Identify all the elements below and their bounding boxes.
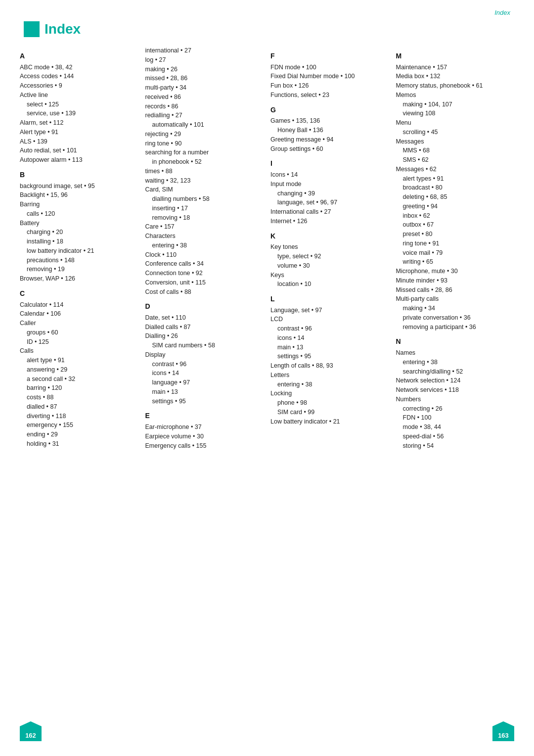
- index-entry: times • 88: [145, 167, 257, 176]
- index-entry: Minute minder • 93: [396, 276, 508, 285]
- index-entry: international • 27: [145, 46, 257, 55]
- page-header: Index: [0, 0, 534, 16]
- index-entry: settings • 95: [270, 352, 382, 361]
- title-square: [24, 21, 40, 37]
- index-entry: Active line: [20, 91, 132, 100]
- index-entry: viewing 108: [396, 109, 508, 118]
- index-entry: Calendar • 106: [20, 309, 132, 319]
- section-letter-G: G: [270, 105, 382, 116]
- index-entry: searching/dialling • 52: [396, 367, 508, 377]
- index-entry: Ear-microphone • 37: [145, 423, 257, 432]
- index-entry: outbox • 67: [396, 220, 508, 230]
- index-entry: Icons • 14: [270, 170, 382, 180]
- index-entry: Conversion, unit • 115: [145, 278, 257, 287]
- index-entry: waiting • 32, 123: [145, 176, 257, 186]
- index-entry: Battery: [20, 219, 132, 228]
- index-entry: alert type • 91: [20, 356, 132, 365]
- section-letter-F: F: [270, 51, 382, 62]
- index-entry: Backlight • 15, 96: [20, 190, 132, 200]
- index-entry: voice mail • 79: [396, 248, 508, 258]
- index-col-3: FFDN mode • 100Fixed Dial Number mode • …: [264, 46, 389, 450]
- index-entry: ID • 125: [20, 337, 132, 347]
- index-entry: Keys: [270, 271, 382, 280]
- index-entry: low battery indicator • 21: [20, 246, 132, 256]
- index-entry: Locking: [270, 389, 382, 398]
- index-entry: Missed calls • 28, 86: [396, 285, 508, 295]
- index-entry: inserting • 17: [145, 204, 257, 213]
- index-entry: Honey Ball • 136: [270, 126, 382, 135]
- page-title: Index: [44, 21, 81, 37]
- index-entry: Multi-party calls: [396, 294, 508, 304]
- index-col-1: AABC mode • 38, 42Access codes • 144Acce…: [20, 46, 138, 450]
- index-entry: location • 10: [270, 280, 382, 289]
- index-entry: Fun box • 126: [270, 81, 382, 91]
- index-entry: redialling • 27: [145, 111, 257, 120]
- index-entry: Care • 157: [145, 222, 257, 232]
- index-entry: storing • 54: [396, 441, 508, 451]
- index-entry: Card, SIM: [145, 185, 257, 194]
- index-entry: Functions, select • 23: [270, 91, 382, 100]
- index-entry: dialling numbers • 58: [145, 194, 257, 204]
- index-entry: Messages: [396, 137, 508, 146]
- index-entry: Caller: [20, 319, 132, 328]
- index-entry: Greeting message • 94: [270, 135, 382, 144]
- index-entry: Messages • 62: [396, 165, 508, 174]
- section-letter-B: B: [20, 170, 132, 181]
- index-entry: language, set • 96, 97: [270, 198, 382, 207]
- index-entry: Accessories • 9: [20, 81, 132, 91]
- index-entry: Barring: [20, 200, 132, 209]
- index-entry: settings • 95: [145, 397, 257, 406]
- index-entry: ring tone • 91: [396, 239, 508, 248]
- index-entry: Autopower alarm • 113: [20, 155, 132, 165]
- index-entry: Browser, WAP • 126: [20, 274, 132, 284]
- index-entry: records • 86: [145, 102, 257, 111]
- index-entry: FDN mode • 100: [270, 63, 382, 72]
- index-entry: log • 27: [145, 55, 257, 65]
- index-entry: Maintenance • 157: [396, 63, 508, 72]
- index-entry: correcting • 26: [396, 404, 508, 414]
- index-entry: scrolling • 45: [396, 128, 508, 137]
- index-entry: Date, set • 110: [145, 313, 257, 323]
- index-entry: searching for a number: [145, 148, 257, 157]
- index-entry: ALS • 139: [20, 137, 132, 146]
- index-entry: Auto redial, set • 101: [20, 146, 132, 155]
- index-entry: emergency • 155: [20, 421, 132, 430]
- index-entry: Cost of calls • 88: [145, 287, 257, 297]
- index-entry: Network selection • 124: [396, 376, 508, 385]
- page-number-left: 162: [20, 721, 42, 741]
- index-entry: Conference calls • 34: [145, 259, 257, 269]
- index-entry: charging • 20: [20, 228, 132, 237]
- index-entry: MMS • 68: [396, 146, 508, 155]
- index-entry: phone • 98: [270, 398, 382, 408]
- page-number-right: 163: [492, 721, 514, 741]
- index-entry: contrast • 96: [145, 360, 257, 369]
- index-entry: Dialled calls • 87: [145, 323, 257, 332]
- index-entry: Memos: [396, 91, 508, 100]
- index-entry: Key tones: [270, 242, 382, 252]
- index-entry: entering • 38: [145, 241, 257, 250]
- index-entry: Calculator • 114: [20, 300, 132, 310]
- index-entry: a second call • 32: [20, 375, 132, 384]
- index-entry: Names: [396, 348, 508, 358]
- index-entry: Fixed Dial Number mode • 100: [270, 72, 382, 81]
- index-entry: LCD: [270, 315, 382, 324]
- index-entry: in phonebook • 52: [145, 157, 257, 167]
- index-entry: service, use • 139: [20, 109, 132, 118]
- index-entry: icons • 14: [270, 333, 382, 343]
- index-entry: removing • 19: [20, 265, 132, 274]
- index-entry: alert types • 91: [396, 174, 508, 184]
- index-entry: answering • 29: [20, 365, 132, 375]
- index-entry: SIM card numbers • 58: [145, 341, 257, 350]
- index-entry: entering • 38: [396, 358, 508, 367]
- index-entry: writing • 65: [396, 257, 508, 267]
- index-entry: Access codes • 144: [20, 72, 132, 81]
- index-entry: barring • 120: [20, 383, 132, 393]
- index-entry: Alert type • 91: [20, 128, 132, 137]
- index-entry: deleting • 68, 85: [396, 192, 508, 202]
- index-entry: background image, set • 95: [20, 182, 132, 191]
- index-entry: missed • 28, 86: [145, 74, 257, 83]
- index-entry: SMS • 62: [396, 155, 508, 165]
- index-entry: Input mode: [270, 180, 382, 189]
- index-entry: volume • 30: [270, 261, 382, 271]
- index-entry: icons • 14: [145, 369, 257, 378]
